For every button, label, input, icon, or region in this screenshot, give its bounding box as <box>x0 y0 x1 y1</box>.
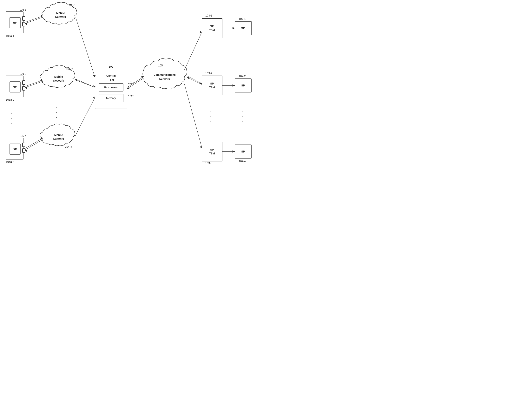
se2-label: SE <box>13 86 17 89</box>
processor-label: Proccessor <box>104 86 118 89</box>
comms-network-label-2: Network <box>159 78 170 81</box>
svg-marker-50 <box>187 77 189 79</box>
comms-network-label-1: Communications <box>154 73 176 76</box>
dots-right-1: • <box>210 110 211 113</box>
svg-rect-17 <box>202 76 222 95</box>
svg-rect-1 <box>22 16 25 20</box>
mobile-network-1-label-2: Network <box>55 15 66 18</box>
sp1-label: SP <box>241 27 245 30</box>
sp-tsm-n: SP TSM 103-n <box>202 142 222 165</box>
dots-right-sp-1: • <box>242 110 243 113</box>
ref-106-2: 106-2 <box>19 72 26 75</box>
mobile-network-n-label-2: Network <box>53 137 64 140</box>
ref-106a-2: 106a-2 <box>6 98 14 101</box>
svg-line-45 <box>184 32 202 70</box>
svg-marker-54 <box>233 27 235 29</box>
sp-tsm-1-label-2: TSM <box>209 29 215 32</box>
svg-line-31 <box>25 139 43 150</box>
ref-105: 105 <box>158 64 163 67</box>
svg-line-39 <box>75 97 95 137</box>
sp-tsm-n-label-1: SP <box>210 148 214 151</box>
sp-tsm-2: SP TSM 103-2 <box>202 72 222 95</box>
dots-cloud-2: • <box>56 111 57 114</box>
mobile-network-n: Mobile Network 104-n <box>40 124 75 148</box>
svg-line-27 <box>25 81 43 88</box>
ref-104-n: 104-n <box>65 145 72 148</box>
mobile-network-2-label-1: Mobile <box>54 75 63 78</box>
svg-line-49 <box>187 77 202 85</box>
dots-right-2: • <box>210 115 211 118</box>
svg-line-23 <box>25 17 43 23</box>
svg-line-25 <box>25 80 43 87</box>
se-device-1: SE 106-1 106a-1 <box>6 8 26 37</box>
svg-marker-34 <box>93 75 95 78</box>
dots-right-3: • <box>210 120 211 123</box>
sp-2: SP 107-2 <box>235 75 251 92</box>
svg-line-51 <box>184 84 202 148</box>
svg-marker-56 <box>233 84 235 87</box>
mobile-network-1: Mobile Network 104-1 <box>42 2 77 24</box>
central-tsm: Central TSM Proccessor Memory 102 102a 1… <box>95 65 134 109</box>
mobile-network-2: Mobile Network 104-2 <box>40 66 75 88</box>
dots-cloud-3: • <box>56 116 57 119</box>
svg-line-21 <box>25 16 43 22</box>
sen-label: SE <box>13 148 17 151</box>
dots-left-1: • <box>11 112 12 115</box>
sp-tsm-n-label-2: TSM <box>209 152 215 155</box>
sp2-label: SP <box>241 84 245 87</box>
dots-right-sp-3: • <box>242 120 243 123</box>
sp-tsm-1: SP TSM 103-1 <box>202 14 222 38</box>
ref-106-1: 106-1 <box>19 8 26 11</box>
spn-label: SP <box>241 150 245 153</box>
ref-106a-1: 106a-1 <box>6 34 14 37</box>
central-tsm-label-1: Central <box>106 74 116 77</box>
ref-106-n: 106-n <box>19 134 26 138</box>
comms-network: Communications Network 105 <box>143 59 187 89</box>
ref-102b: 102b <box>128 94 134 98</box>
ref-102: 102 <box>109 65 113 68</box>
svg-marker-32 <box>25 150 27 152</box>
ref-107-2: 107-2 <box>239 75 246 78</box>
svg-marker-44 <box>127 87 129 89</box>
svg-line-37 <box>75 80 95 87</box>
dots-left-2: • <box>11 117 12 120</box>
svg-rect-10 <box>22 149 25 152</box>
ref-102a: 102a <box>128 81 134 84</box>
ref-107-1: 107-1 <box>239 17 246 20</box>
svg-rect-19 <box>202 142 222 161</box>
sp-n: SP 107-n <box>235 145 251 163</box>
ref-106a-n: 106a-n <box>6 160 14 163</box>
svg-rect-15 <box>202 18 222 38</box>
dots-right-sp-2: • <box>242 115 243 118</box>
sp-tsm-2-label-2: TSM <box>209 86 215 89</box>
ref-107-n: 107-n <box>239 160 246 163</box>
central-tsm-label-2: TSM <box>108 78 114 81</box>
se-device-n: SE 106-n 106a-n <box>6 134 26 163</box>
memory-label: Memory <box>106 97 116 100</box>
mobile-network-2-label-2: Network <box>53 79 64 82</box>
sp-1: SP 107-1 <box>235 17 251 35</box>
sp-tsm-1-label-1: SP <box>210 25 214 28</box>
svg-rect-9 <box>22 143 25 147</box>
ref-103-2: 103-2 <box>205 72 212 75</box>
svg-line-33 <box>76 17 95 78</box>
mobile-network-n-label-1: Mobile <box>54 133 63 137</box>
svg-rect-6 <box>22 87 25 90</box>
svg-line-47 <box>187 76 202 84</box>
svg-line-29 <box>25 138 43 149</box>
se-device-2: SE 106-2 106a-2 <box>6 72 26 101</box>
ref-103-n: 103-n <box>205 162 212 165</box>
sp-tsm-2-label-1: SP <box>210 82 214 85</box>
svg-marker-58 <box>233 150 235 153</box>
dots-cloud-1: • <box>56 106 57 109</box>
dots-left-3: • <box>11 122 12 125</box>
mobile-network-1-label-1: Mobile <box>56 11 65 14</box>
svg-rect-5 <box>22 81 25 85</box>
ref-103-1: 103-1 <box>205 14 212 17</box>
svg-rect-2 <box>22 22 25 26</box>
se1-label: SE <box>13 22 17 25</box>
ref-104-1: 104-1 <box>69 4 76 7</box>
ref-104-2: 104-2 <box>66 67 73 71</box>
